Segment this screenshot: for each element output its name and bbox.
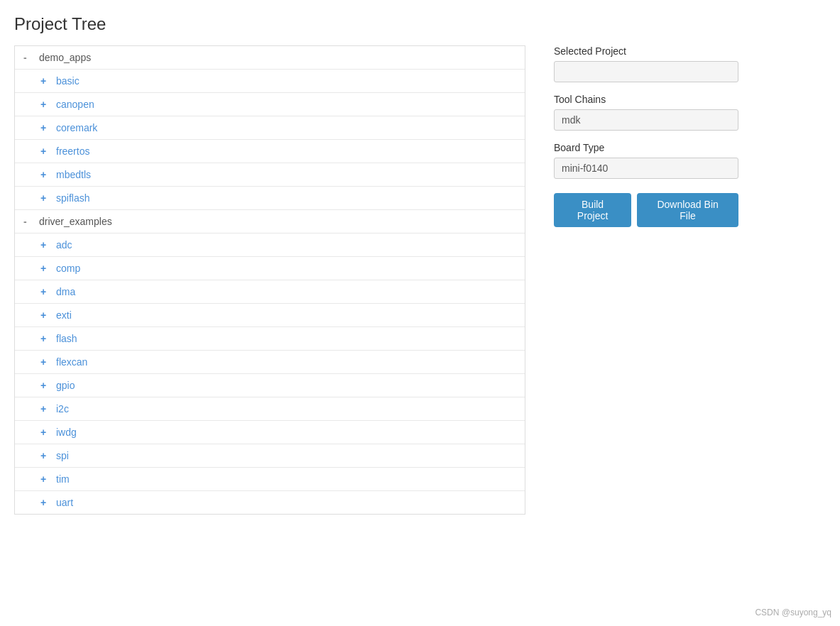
tree-item-adc[interactable]: +adc xyxy=(15,234,525,257)
toggle-icon-tim: + xyxy=(40,473,49,485)
right-panel: Selected Project Tool Chains Board Type … xyxy=(554,45,738,227)
tree-group-driver_examples[interactable]: -driver_examples xyxy=(15,210,525,234)
tree-item-mbedtls[interactable]: +mbedtls xyxy=(15,163,525,187)
item-label-flash: flash xyxy=(56,333,77,344)
tree-item-exti[interactable]: +exti xyxy=(15,304,525,327)
build-project-button[interactable]: Build Project xyxy=(554,193,631,227)
tree-item-basic[interactable]: +basic xyxy=(15,70,525,93)
item-label-mbedtls: mbedtls xyxy=(56,169,91,180)
tree-group-demo_apps[interactable]: -demo_apps xyxy=(15,46,525,70)
tool-chains-label: Tool Chains xyxy=(554,94,738,105)
selected-project-label: Selected Project xyxy=(554,45,738,57)
item-label-comp: comp xyxy=(56,263,80,274)
item-label-tim: tim xyxy=(56,473,70,485)
toggle-icon-coremark: + xyxy=(40,122,49,133)
tree-item-iwdg[interactable]: +iwdg xyxy=(15,421,525,444)
toggle-icon-iwdg: + xyxy=(40,427,49,438)
item-label-coremark: coremark xyxy=(56,122,97,133)
toggle-icon-comp: + xyxy=(40,263,49,274)
selected-project-group: Selected Project xyxy=(554,45,738,82)
selected-project-input[interactable] xyxy=(554,61,738,82)
toggle-icon-canopen: + xyxy=(40,99,49,110)
tree-item-gpio[interactable]: +gpio xyxy=(15,374,525,397)
group-label-driver_examples: driver_examples xyxy=(39,216,112,227)
tree-item-flash[interactable]: +flash xyxy=(15,327,525,351)
tree-item-freertos[interactable]: +freertos xyxy=(15,140,525,163)
item-label-dma: dma xyxy=(56,286,75,297)
group-label-demo_apps: demo_apps xyxy=(39,52,91,63)
toggle-icon-exti: + xyxy=(40,309,49,321)
toggle-icon-spiflash: + xyxy=(40,192,49,204)
toggle-icon-dma: + xyxy=(40,286,49,297)
toggle-icon-adc: + xyxy=(40,239,49,251)
download-bin-file-button[interactable]: Download Bin File xyxy=(637,193,738,227)
toggle-icon-mbedtls: + xyxy=(40,169,49,180)
project-tree-panel: -demo_apps+basic+canopen+coremark+freert… xyxy=(14,45,525,515)
toggle-icon-basic: + xyxy=(40,75,49,87)
item-label-flexcan: flexcan xyxy=(56,356,87,368)
toggle-icon-flexcan: + xyxy=(40,356,49,368)
page-title: Project Tree xyxy=(14,14,826,34)
toggle-icon-gpio: + xyxy=(40,380,49,391)
toggle-icon-freertos: + xyxy=(40,145,49,157)
tree-item-spi[interactable]: +spi xyxy=(15,444,525,468)
item-label-spi: spi xyxy=(56,450,69,461)
tree-item-tim[interactable]: +tim xyxy=(15,468,525,491)
tree-item-flexcan[interactable]: +flexcan xyxy=(15,351,525,374)
item-label-spiflash: spiflash xyxy=(56,192,89,204)
tool-chains-group: Tool Chains xyxy=(554,94,738,131)
toggle-icon-spi: + xyxy=(40,450,49,461)
board-type-group: Board Type xyxy=(554,142,738,179)
button-row: Build Project Download Bin File xyxy=(554,193,738,227)
item-label-i2c: i2c xyxy=(56,403,69,414)
toggle-icon-driver_examples: - xyxy=(23,216,32,227)
tree-item-i2c[interactable]: +i2c xyxy=(15,397,525,421)
tree-item-uart[interactable]: +uart xyxy=(15,491,525,514)
item-label-uart: uart xyxy=(56,497,73,508)
item-label-canopen: canopen xyxy=(56,99,94,110)
item-label-iwdg: iwdg xyxy=(56,427,77,438)
item-label-basic: basic xyxy=(56,75,80,87)
tool-chains-input[interactable] xyxy=(554,109,738,131)
item-label-freertos: freertos xyxy=(56,145,89,157)
toggle-icon-demo_apps: - xyxy=(23,52,32,63)
toggle-icon-i2c: + xyxy=(40,403,49,414)
main-layout: -demo_apps+basic+canopen+coremark+freert… xyxy=(14,45,826,515)
tree-item-comp[interactable]: +comp xyxy=(15,257,525,280)
toggle-icon-flash: + xyxy=(40,333,49,344)
tree-item-dma[interactable]: +dma xyxy=(15,280,525,304)
item-label-gpio: gpio xyxy=(56,380,75,391)
item-label-exti: exti xyxy=(56,309,72,321)
tree-item-spiflash[interactable]: +spiflash xyxy=(15,187,525,210)
item-label-adc: adc xyxy=(56,239,72,251)
tree-item-canopen[interactable]: +canopen xyxy=(15,93,525,116)
toggle-icon-uart: + xyxy=(40,497,49,508)
tree-item-coremark[interactable]: +coremark xyxy=(15,116,525,140)
board-type-label: Board Type xyxy=(554,142,738,153)
board-type-input[interactable] xyxy=(554,158,738,179)
